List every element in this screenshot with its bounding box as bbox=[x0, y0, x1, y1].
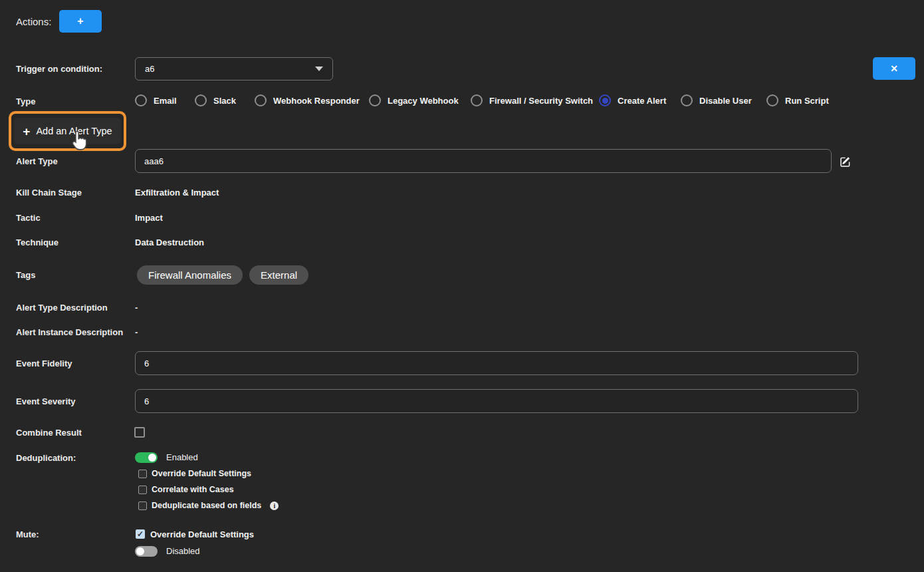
trigger-condition-value: a6 bbox=[145, 64, 154, 74]
edit-icon[interactable] bbox=[840, 156, 852, 170]
deduplication-label: Deduplication: bbox=[16, 453, 76, 464]
tactic-label: Tactic bbox=[16, 213, 41, 223]
plus-icon: + bbox=[77, 15, 83, 27]
checkbox[interactable] bbox=[138, 486, 147, 494]
alert-type-input[interactable] bbox=[135, 149, 832, 173]
tags-label: Tags bbox=[16, 270, 35, 281]
deduplication-toggle-row: Enabled bbox=[135, 452, 198, 463]
add-alert-type-button[interactable]: + Add an Alert Type bbox=[14, 118, 120, 144]
chevron-down-icon bbox=[315, 67, 323, 71]
trigger-condition-select[interactable]: a6 bbox=[135, 57, 333, 80]
radio-option-legacy-webhook[interactable]: Legacy Webhook bbox=[369, 94, 459, 107]
hand-cursor-icon bbox=[70, 130, 88, 151]
mute-label: Mute: bbox=[16, 529, 39, 540]
radio-circle bbox=[766, 94, 778, 106]
info-icon[interactable]: i bbox=[270, 501, 279, 510]
mute-toggle[interactable] bbox=[135, 546, 158, 557]
technique-label: Technique bbox=[16, 237, 58, 248]
deduplication-toggle[interactable] bbox=[135, 452, 158, 463]
radio-option-disable-user[interactable]: Disable User bbox=[681, 94, 752, 107]
dedup-override-default-settings-row[interactable]: Override Default Settings bbox=[138, 468, 251, 479]
alert-type-description-value: - bbox=[135, 303, 138, 313]
radio-circle bbox=[471, 94, 483, 106]
radio-option-firewall-security-switch[interactable]: Firewall / Security Switch bbox=[471, 94, 593, 107]
actions-label: Actions: bbox=[16, 16, 51, 27]
checkbox[interactable] bbox=[138, 470, 147, 478]
deduplication-toggle-state: Enabled bbox=[166, 452, 198, 463]
add-action-button[interactable]: + bbox=[59, 10, 102, 33]
dedup-correlate-with-cases-row[interactable]: Correlate with Cases bbox=[138, 484, 234, 495]
radio-option-create-alert[interactable]: Create Alert bbox=[599, 94, 666, 107]
radio-option-email[interactable]: Email bbox=[135, 94, 177, 107]
combine-result-checkbox[interactable] bbox=[134, 427, 145, 438]
kill-chain-stage-label: Kill Chain Stage bbox=[16, 188, 82, 198]
alert-instance-description-value: - bbox=[135, 327, 138, 338]
tag-pill: External bbox=[249, 265, 308, 285]
radio-circle bbox=[255, 94, 267, 106]
mute-toggle-state: Disabled bbox=[166, 546, 200, 557]
radio-option-webhook-responder[interactable]: Webhook Responder bbox=[255, 94, 360, 107]
radio-circle bbox=[681, 94, 693, 106]
radio-option-run-script[interactable]: Run Script bbox=[766, 94, 829, 107]
annotation-highlight-box: + Add an Alert Type bbox=[9, 111, 126, 151]
radio-option-slack[interactable]: Slack bbox=[195, 94, 236, 107]
close-icon: ✕ bbox=[890, 63, 898, 74]
alert-type-label: Alert Type bbox=[16, 156, 58, 167]
dedup-based-on-fields-row[interactable]: Deduplicate based on fields i bbox=[138, 500, 279, 511]
combine-result-label: Combine Result bbox=[16, 428, 82, 438]
event-severity-label: Event Severity bbox=[16, 396, 76, 407]
tag-pill: Firewall Anomalies bbox=[137, 265, 243, 285]
alert-action-form: Actions: + Trigger on condition: a6 ✕ Ty… bbox=[0, 0, 924, 572]
kill-chain-stage-value: Exfiltration & Impact bbox=[135, 188, 219, 198]
checkbox[interactable] bbox=[138, 501, 147, 510]
type-label: Type bbox=[16, 96, 35, 107]
alert-type-description-label: Alert Type Description bbox=[16, 303, 108, 313]
event-fidelity-label: Event Fidelity bbox=[16, 358, 72, 369]
remove-action-button[interactable]: ✕ bbox=[873, 57, 915, 80]
tactic-value: Impact bbox=[135, 213, 163, 223]
mute-override-default-settings-row[interactable]: ✓ Override Default Settings bbox=[136, 529, 254, 539]
alert-instance-description-label: Alert Instance Description bbox=[16, 327, 123, 338]
radio-circle bbox=[369, 94, 381, 106]
mute-toggle-row: Disabled bbox=[135, 546, 200, 557]
plus-icon: + bbox=[23, 125, 30, 138]
radio-circle bbox=[195, 94, 207, 106]
radio-circle-selected bbox=[599, 94, 611, 106]
radio-circle bbox=[135, 94, 147, 106]
toggle-knob bbox=[148, 454, 156, 462]
event-fidelity-input[interactable] bbox=[135, 351, 858, 375]
technique-value: Data Destruction bbox=[135, 237, 204, 248]
tags-list: Firewall Anomalies External bbox=[137, 265, 308, 285]
checkbox-checked[interactable]: ✓ bbox=[136, 529, 145, 539]
toggle-knob bbox=[136, 547, 144, 555]
trigger-condition-label: Trigger on condition: bbox=[16, 64, 102, 74]
event-severity-input[interactable] bbox=[135, 389, 858, 413]
